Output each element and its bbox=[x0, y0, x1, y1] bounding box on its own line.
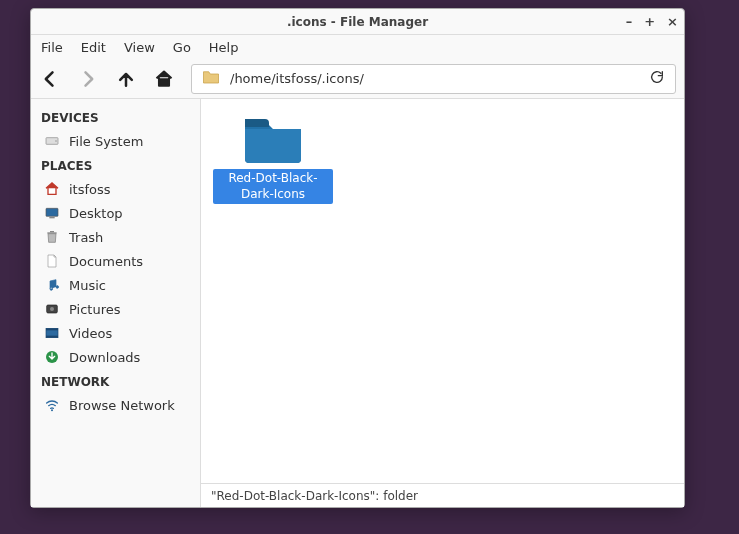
sidebar-item-home[interactable]: itsfoss bbox=[31, 177, 200, 201]
titlebar[interactable]: .icons - File Manager – + × bbox=[31, 9, 684, 35]
svg-rect-5 bbox=[50, 231, 54, 232]
svg-point-7 bbox=[50, 307, 54, 311]
sidebar: DEVICES File System PLACES itsfoss Deskt… bbox=[31, 99, 201, 507]
menu-go[interactable]: Go bbox=[173, 40, 191, 55]
svg-rect-10 bbox=[46, 336, 58, 338]
menu-file[interactable]: File bbox=[41, 40, 63, 55]
svg-rect-3 bbox=[49, 217, 54, 218]
sidebar-item-filesystem[interactable]: File System bbox=[31, 129, 200, 153]
sidebar-item-label: Music bbox=[69, 278, 106, 293]
sidebar-item-label: Documents bbox=[69, 254, 143, 269]
back-button[interactable] bbox=[39, 68, 61, 90]
sidebar-section-network: NETWORK bbox=[31, 369, 200, 393]
parent-button[interactable] bbox=[115, 68, 137, 90]
sidebar-item-desktop[interactable]: Desktop bbox=[31, 201, 200, 225]
folder-item[interactable]: Red-Dot-Black-Dark-Icons bbox=[213, 111, 333, 204]
menu-view[interactable]: View bbox=[124, 40, 155, 55]
trash-icon bbox=[43, 228, 61, 246]
sidebar-item-pictures[interactable]: Pictures bbox=[31, 297, 200, 321]
folder-icon bbox=[202, 68, 220, 89]
sidebar-item-trash[interactable]: Trash bbox=[31, 225, 200, 249]
minimize-button[interactable]: – bbox=[626, 14, 633, 29]
sidebar-section-places: PLACES bbox=[31, 153, 200, 177]
body: DEVICES File System PLACES itsfoss Deskt… bbox=[31, 99, 684, 507]
pictures-icon bbox=[43, 300, 61, 318]
folder-icon bbox=[241, 111, 305, 165]
location-path: /home/itsfoss/.icons/ bbox=[230, 71, 639, 86]
refresh-button[interactable] bbox=[649, 69, 665, 88]
downloads-icon bbox=[43, 348, 61, 366]
svg-rect-9 bbox=[46, 328, 58, 330]
forward-button[interactable] bbox=[77, 68, 99, 90]
sidebar-item-label: itsfoss bbox=[69, 182, 111, 197]
sidebar-item-label: Browse Network bbox=[69, 398, 175, 413]
sidebar-item-label: Videos bbox=[69, 326, 112, 341]
home-icon bbox=[43, 180, 61, 198]
svg-point-1 bbox=[55, 140, 56, 141]
sidebar-item-documents[interactable]: Documents bbox=[31, 249, 200, 273]
statusbar: "Red-Dot-Black-Dark-Icons": folder bbox=[201, 483, 684, 507]
sidebar-item-music[interactable]: Music bbox=[31, 273, 200, 297]
sidebar-section-devices: DEVICES bbox=[31, 105, 200, 129]
content-pane: Red-Dot-Black-Dark-Icons "Red-Dot-Black-… bbox=[201, 99, 684, 507]
svg-rect-4 bbox=[47, 232, 56, 233]
svg-point-12 bbox=[51, 409, 53, 411]
sidebar-item-label: Downloads bbox=[69, 350, 140, 365]
window-controls: – + × bbox=[626, 9, 678, 34]
icon-view[interactable]: Red-Dot-Black-Dark-Icons bbox=[201, 99, 684, 483]
sidebar-item-videos[interactable]: Videos bbox=[31, 321, 200, 345]
menu-help[interactable]: Help bbox=[209, 40, 239, 55]
sidebar-item-label: Pictures bbox=[69, 302, 120, 317]
status-text: "Red-Dot-Black-Dark-Icons": folder bbox=[211, 489, 418, 503]
sidebar-item-label: File System bbox=[69, 134, 143, 149]
home-button[interactable] bbox=[153, 68, 175, 90]
toolbar: /home/itsfoss/.icons/ bbox=[31, 59, 684, 99]
close-button[interactable]: × bbox=[667, 14, 678, 29]
sidebar-item-network[interactable]: Browse Network bbox=[31, 393, 200, 417]
location-bar[interactable]: /home/itsfoss/.icons/ bbox=[191, 64, 676, 94]
menu-edit[interactable]: Edit bbox=[81, 40, 106, 55]
desktop-icon bbox=[43, 204, 61, 222]
sidebar-item-label: Trash bbox=[69, 230, 103, 245]
svg-rect-2 bbox=[46, 208, 58, 216]
folder-label: Red-Dot-Black-Dark-Icons bbox=[213, 169, 333, 204]
maximize-button[interactable]: + bbox=[644, 14, 655, 29]
menubar: File Edit View Go Help bbox=[31, 35, 684, 59]
document-icon bbox=[43, 252, 61, 270]
videos-icon bbox=[43, 324, 61, 342]
sidebar-item-downloads[interactable]: Downloads bbox=[31, 345, 200, 369]
file-manager-window: .icons - File Manager – + × File Edit Vi… bbox=[30, 8, 685, 508]
music-icon bbox=[43, 276, 61, 294]
drive-icon bbox=[43, 132, 61, 150]
window-title: .icons - File Manager bbox=[31, 15, 684, 29]
sidebar-item-label: Desktop bbox=[69, 206, 123, 221]
network-icon bbox=[43, 396, 61, 414]
